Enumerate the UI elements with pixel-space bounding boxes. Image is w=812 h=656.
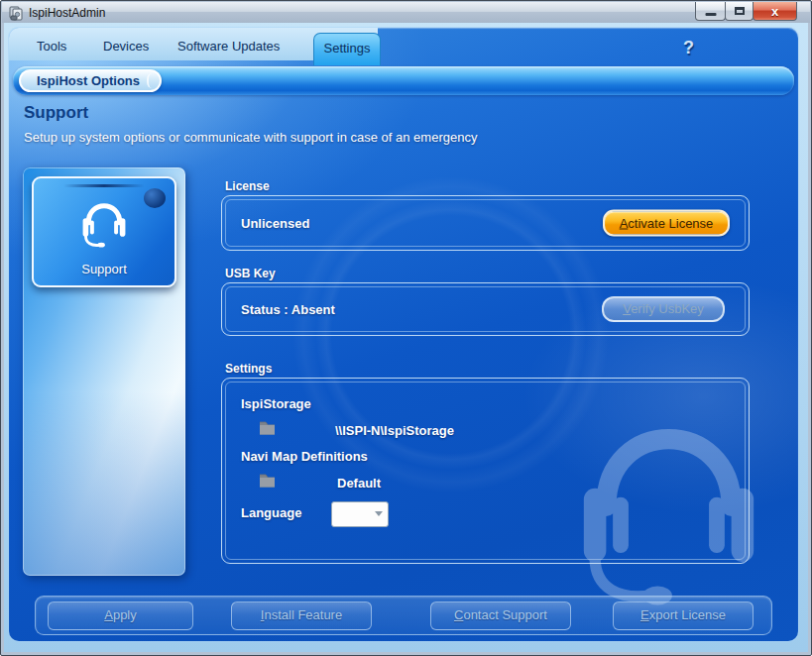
window-controls: x (696, 2, 797, 21)
title-bar: IspiHostAdmin x (2, 2, 810, 23)
usbkey-status: Status : Absent (241, 302, 335, 317)
navi-map-value: Default (337, 476, 381, 491)
tile-orb-decoration (144, 188, 166, 208)
contact-support-button[interactable]: Contact Support (430, 601, 571, 630)
close-button[interactable]: x (753, 2, 797, 21)
export-license-button[interactable]: Export License (613, 601, 754, 630)
maximize-button[interactable] (725, 2, 754, 21)
help-icon[interactable]: ? (683, 38, 694, 58)
breadcrumb[interactable]: IspiHost Options (19, 69, 162, 92)
tab-settings[interactable]: Settings (313, 33, 381, 65)
settings-groupbox: IspiStorage \\ISPI-N\IspiStorage Navi Ma… (221, 378, 750, 564)
verify-usbkey-button[interactable]: Verify UsbKey (602, 296, 725, 322)
app-icon (8, 5, 24, 21)
sidebar-item-support[interactable]: Support (32, 176, 176, 287)
activate-license-button[interactable]: Activate License (603, 210, 730, 237)
navi-map-folder-icon[interactable] (259, 473, 276, 489)
tab-tools[interactable]: Tools (37, 39, 66, 54)
main-panel: Tools Devices Software Updates Settings … (9, 28, 798, 641)
client-area: Tools Devices Software Updates Settings … (4, 23, 808, 652)
usbkey-section-label: USB Key (225, 267, 276, 280)
usbkey-groupbox: Status : Absent Verify UsbKey (221, 282, 750, 336)
page-subtitle: Setup up system options or communicate w… (24, 130, 477, 145)
install-feature-button[interactable]: Install Feature (231, 601, 372, 630)
settings-section-label: Settings (225, 362, 272, 376)
minimize-button[interactable] (695, 2, 726, 21)
ispistorage-folder-icon[interactable] (259, 420, 276, 436)
footer-bar: Apply Install Feature Contact Support Ex… (35, 596, 772, 635)
screenshot: IspiHostAdmin x Tools Devices Softwa (0, 0, 812, 656)
minimize-icon (705, 13, 716, 16)
language-select[interactable] (331, 501, 389, 527)
apply-button[interactable]: Apply (48, 601, 193, 630)
sidebar-item-label: Support (34, 262, 174, 276)
ispistorage-path: \\ISPI-N\IspiStorage (335, 423, 454, 438)
options-bar: IspiHost Options (13, 66, 794, 95)
tile-reflection (63, 184, 145, 187)
sidebar: Support (23, 167, 185, 576)
chevron-down-icon (375, 511, 383, 516)
tab-software-updates[interactable]: Software Updates (177, 39, 280, 54)
window-frame: IspiHostAdmin x Tools Devices Softwa (0, 0, 812, 656)
license-section-label: License (225, 179, 270, 193)
ispistorage-label: IspiStorage (241, 396, 311, 411)
window-title: IspiHostAdmin (29, 6, 105, 20)
headset-icon (74, 190, 134, 252)
maximize-icon (735, 7, 745, 15)
close-icon: x (771, 4, 778, 19)
navi-map-label: Navi Map Definitions (241, 449, 368, 464)
license-status: Unlicensed (241, 216, 309, 231)
license-groupbox: Unlicensed Activate License (221, 195, 750, 251)
language-label: Language (241, 505, 301, 520)
tab-devices[interactable]: Devices (103, 39, 149, 54)
page-title: Support (24, 103, 88, 123)
